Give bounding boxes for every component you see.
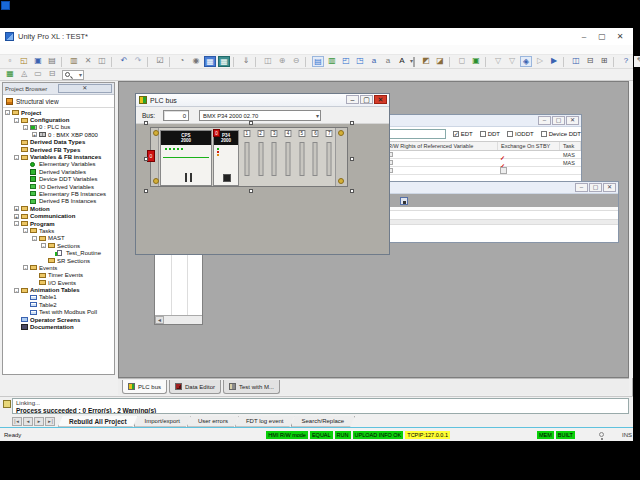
next-tab-button[interactable]: ► [34,417,44,426]
tree-item-tasks[interactable]: - Tasks [3,227,114,234]
step-over-icon[interactable]: ▷ [534,56,546,67]
test-maximize-button[interactable]: ▢ [589,183,602,192]
selection-handle[interactable] [144,157,148,161]
tree-expand-icon[interactable] [23,310,28,315]
selection-handle[interactable] [350,157,354,161]
redo-icon[interactable]: ↷ [132,56,144,67]
last-tab-button[interactable]: ►| [45,417,55,426]
tree-item-communication[interactable]: + Communication [3,212,114,219]
tree-expand-icon[interactable] [23,177,28,182]
tree-expand-icon[interactable]: - [14,221,19,226]
scroll-left-icon[interactable]: ◄ [155,316,164,324]
tree-item-variables[interactable]: - Variables & FB instances [3,153,114,160]
tree-expand-icon[interactable]: - [23,265,28,270]
tree-item-derived-fb-instances[interactable]: Derived FB Instances [3,198,114,205]
types-library-icon[interactable]: ◰ [340,56,352,67]
tree-expand-icon[interactable]: - [5,110,10,115]
selection-handle[interactable] [350,121,354,125]
animation-table-titlebar[interactable]: –▢✕ [388,182,618,194]
toolbar-icon[interactable] [111,57,115,67]
empty-rack-slot[interactable]: 2 [254,130,268,186]
tree-expand-icon[interactable] [14,147,19,152]
import-icon[interactable]: ◩ [420,56,432,67]
variable-name-input[interactable] [388,129,446,139]
output-tab-rebuild[interactable]: Rebuild All Project [58,416,138,427]
tree-expand-icon[interactable] [14,140,19,145]
tree-item-derived-data-types[interactable]: Derived Data Types [3,139,114,146]
tree-item-rack[interactable]: + 0 : BMX XBP 0800 [3,131,114,138]
test-close-button[interactable]: ✕ [603,183,616,192]
download-project-icon[interactable]: ⇓ [240,56,252,67]
cascade-windows-icon[interactable]: ⊞ [598,56,610,67]
tree-expand-icon[interactable] [23,199,28,204]
zoom-combo[interactable] [62,70,84,80]
toolbar-icon[interactable] [563,57,567,67]
grid-view-icon[interactable]: ⊟ [46,69,58,80]
tree-item-animation-tables[interactable]: - Animation Tables [3,286,114,293]
functional-view-icon[interactable]: ◬ [18,69,30,80]
tile-vertical-icon[interactable]: ⊟ [584,56,596,67]
close-button[interactable]: ✕ [611,28,629,45]
tree-item-derived-fb-types[interactable]: Derived FB Types [3,146,114,153]
analyze-project-icon[interactable]: ◔ [176,56,188,67]
toolbar-icon[interactable] [233,57,237,67]
plc-screen-icon[interactable]: ▦ [204,56,216,67]
plc-rack[interactable]: 0 CPS2000 0 P342000 [150,127,348,187]
tree-expand-icon[interactable] [50,251,55,256]
tree-expand-icon[interactable]: - [32,236,37,241]
breakpoint-icon[interactable]: ▽ [506,56,518,67]
data-editor-titlebar[interactable]: –▢✕ [385,115,581,127]
toolbar-icon[interactable] [147,57,151,67]
tree-item-derived-variables[interactable]: Derived Variables [3,168,114,175]
column-header[interactable]: Task [560,142,581,150]
watchpoint-icon[interactable]: ▽ [492,56,504,67]
tree-expand-icon[interactable]: - [23,125,28,130]
maximize-button[interactable]: ▢ [593,28,611,45]
tree-item-test-with-modbus-poll[interactable]: Test with Modbus Poll [3,309,114,316]
bus-number-field[interactable]: 0 [163,110,189,121]
horizontal-scrollbar[interactable]: ◄ [155,315,202,324]
font-italic-icon[interactable]: a [368,56,380,67]
tree-expand-icon[interactable] [23,184,28,189]
tree-item-operator-screens[interactable]: Operator Screens [3,316,114,323]
empty-rack-slot[interactable]: 4 [281,130,295,186]
project-browser-toggle-icon[interactable]: ▤ [312,56,324,67]
go-icon[interactable]: ▶ [548,56,560,67]
copy-icon[interactable]: ◫ [96,56,108,67]
toolbar-icon[interactable] [485,57,489,67]
tile-horizontal-icon[interactable]: ◫ [570,56,582,67]
toolbar-icon[interactable] [305,57,309,67]
animation-table-grid[interactable] [388,207,618,242]
tree-item-test-routine[interactable]: Test_Routine [3,249,114,256]
selection-handle[interactable] [249,189,253,193]
tree-expand-icon[interactable] [23,302,28,307]
validate-icon[interactable]: ☑ [154,56,166,67]
data-editor-toggle-icon[interactable]: ▥ [326,56,338,67]
empty-rack-slot[interactable]: 6 [309,130,323,186]
table-row[interactable] [385,167,581,175]
tree-expand-icon[interactable] [23,295,28,300]
export-icon[interactable]: ◪ [434,56,446,67]
tab-plc-bus[interactable]: PLC bus [122,380,167,394]
zoom-out-icon[interactable]: ⊖ [290,56,302,67]
toolbar-icon[interactable] [61,57,65,67]
font-large-icon[interactable]: A [396,56,408,67]
plc-simulator-icon[interactable]: ▣ [470,56,482,67]
selection-handle[interactable] [350,189,354,193]
selection-handle[interactable] [144,121,148,125]
grid-tool-icon[interactable]: ◫ [262,56,274,67]
tree-item-sections[interactable]: - Sections [3,242,114,249]
ddt-checkbox[interactable]: DDT [480,131,500,137]
toolbar-icon[interactable] [613,57,617,67]
prev-tab-button[interactable]: ◄ [23,417,33,426]
tree-item-elementary-variables[interactable]: Elementary Variables [3,161,114,168]
tree-item-io-derived-variables[interactable]: IO Derived Variables [3,183,114,190]
tab-test-with-m[interactable]: Test with M... [223,380,280,394]
test-minimize-button[interactable]: – [575,183,588,192]
ioddt-checkbox[interactable]: IODDT [507,131,534,137]
tree-item-events[interactable]: - Events [3,264,114,271]
tree-expand-icon[interactable]: - [23,228,28,233]
tree-item-device-ddt-variables[interactable]: Device DDT Variables [3,176,114,183]
tree-expand-icon[interactable]: + [14,206,19,211]
output-tab-search-replace[interactable]: Search/Replace [291,416,356,427]
